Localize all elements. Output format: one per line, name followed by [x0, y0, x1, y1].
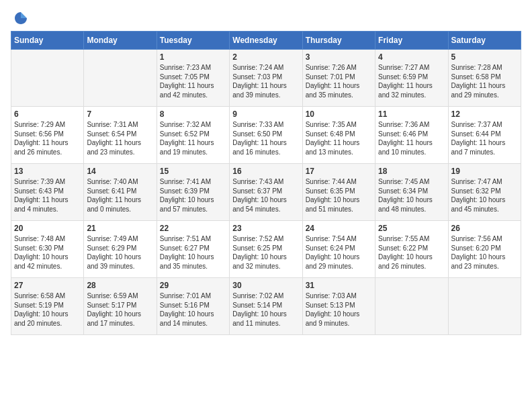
- day-number: 2: [232, 52, 299, 62]
- cell-content: Sunrise: 6:58 AM Sunset: 5:19 PM Dayligh…: [14, 291, 81, 328]
- calendar-cell: 4Sunrise: 7:27 AM Sunset: 6:59 PM Daylig…: [375, 50, 448, 107]
- header-row: SundayMondayTuesdayWednesdayThursdayFrid…: [11, 32, 521, 50]
- cell-content: Sunrise: 7:41 AM Sunset: 6:39 PM Dayligh…: [160, 177, 226, 214]
- calendar-cell: [375, 278, 448, 335]
- calendar-cell: 17Sunrise: 7:44 AM Sunset: 6:35 PM Dayli…: [302, 164, 375, 221]
- day-number: 27: [14, 281, 81, 290]
- day-number: 10: [306, 109, 372, 119]
- day-number: 21: [87, 224, 153, 233]
- calendar-cell: 27Sunrise: 6:58 AM Sunset: 5:19 PM Dayli…: [11, 278, 84, 335]
- calendar-cell: 20Sunrise: 7:48 AM Sunset: 6:30 PM Dayli…: [11, 221, 84, 278]
- day-number: 30: [232, 281, 299, 290]
- calendar-cell: [448, 278, 521, 335]
- calendar-cell: 1Sunrise: 7:23 AM Sunset: 7:05 PM Daylig…: [157, 50, 229, 107]
- day-number: 25: [378, 224, 445, 233]
- day-number: 14: [87, 167, 153, 176]
- day-number: 22: [160, 224, 226, 233]
- calendar-cell: 7Sunrise: 7:31 AM Sunset: 6:54 PM Daylig…: [84, 107, 157, 164]
- logo: [11, 11, 28, 26]
- calendar-cell: 24Sunrise: 7:54 AM Sunset: 6:24 PM Dayli…: [302, 221, 375, 278]
- calendar-cell: 30Sunrise: 7:02 AM Sunset: 5:14 PM Dayli…: [230, 278, 302, 335]
- day-number: 24: [306, 224, 372, 233]
- calendar-cell: 21Sunrise: 7:49 AM Sunset: 6:29 PM Dayli…: [84, 221, 157, 278]
- week-row-5: 27Sunrise: 6:58 AM Sunset: 5:19 PM Dayli…: [11, 278, 521, 335]
- header-day-friday: Friday: [375, 32, 448, 50]
- cell-content: Sunrise: 7:26 AM Sunset: 7:01 PM Dayligh…: [306, 63, 372, 99]
- day-number: 31: [306, 281, 372, 290]
- cell-content: Sunrise: 7:03 AM Sunset: 5:13 PM Dayligh…: [306, 291, 372, 328]
- calendar-cell: 18Sunrise: 7:45 AM Sunset: 6:34 PM Dayli…: [375, 164, 448, 221]
- cell-content: Sunrise: 7:31 AM Sunset: 6:54 PM Dayligh…: [87, 120, 153, 156]
- day-number: 29: [160, 281, 226, 290]
- cell-content: Sunrise: 7:28 AM Sunset: 6:58 PM Dayligh…: [451, 63, 518, 99]
- day-number: 18: [378, 167, 445, 176]
- cell-content: Sunrise: 7:36 AM Sunset: 6:46 PM Dayligh…: [378, 120, 445, 156]
- cell-content: Sunrise: 7:33 AM Sunset: 6:50 PM Dayligh…: [232, 120, 299, 156]
- cell-content: Sunrise: 7:35 AM Sunset: 6:48 PM Dayligh…: [306, 120, 372, 156]
- header-day-saturday: Saturday: [448, 32, 521, 50]
- day-number: 15: [160, 167, 226, 176]
- day-number: 6: [14, 109, 81, 119]
- calendar-cell: 12Sunrise: 7:37 AM Sunset: 6:44 PM Dayli…: [448, 107, 521, 164]
- week-row-3: 13Sunrise: 7:39 AM Sunset: 6:43 PM Dayli…: [11, 164, 521, 221]
- cell-content: Sunrise: 7:54 AM Sunset: 6:24 PM Dayligh…: [306, 234, 372, 271]
- cell-content: Sunrise: 7:29 AM Sunset: 6:56 PM Dayligh…: [14, 120, 81, 156]
- calendar-cell: [11, 50, 84, 107]
- calendar-cell: 14Sunrise: 7:40 AM Sunset: 6:41 PM Dayli…: [84, 164, 157, 221]
- calendar-cell: 29Sunrise: 7:01 AM Sunset: 5:16 PM Dayli…: [157, 278, 229, 335]
- day-number: 20: [14, 224, 81, 233]
- day-number: 19: [451, 167, 518, 176]
- calendar-cell: 22Sunrise: 7:51 AM Sunset: 6:27 PM Dayli…: [157, 221, 229, 278]
- cell-content: Sunrise: 7:55 AM Sunset: 6:22 PM Dayligh…: [378, 234, 445, 271]
- calendar-cell: 11Sunrise: 7:36 AM Sunset: 6:46 PM Dayli…: [375, 107, 448, 164]
- day-number: 23: [232, 224, 299, 233]
- day-number: 1: [160, 52, 226, 62]
- day-number: 3: [306, 52, 372, 62]
- day-number: 12: [451, 109, 518, 119]
- day-number: 4: [378, 52, 445, 62]
- calendar-cell: 28Sunrise: 6:59 AM Sunset: 5:17 PM Dayli…: [84, 278, 157, 335]
- day-number: 26: [451, 224, 518, 233]
- week-row-1: 1Sunrise: 7:23 AM Sunset: 7:05 PM Daylig…: [11, 50, 521, 107]
- calendar-cell: [84, 50, 157, 107]
- calendar-cell: 6Sunrise: 7:29 AM Sunset: 6:56 PM Daylig…: [11, 107, 84, 164]
- calendar-cell: 16Sunrise: 7:43 AM Sunset: 6:37 PM Dayli…: [230, 164, 302, 221]
- calendar-cell: 15Sunrise: 7:41 AM Sunset: 6:39 PM Dayli…: [157, 164, 229, 221]
- cell-content: Sunrise: 7:44 AM Sunset: 6:35 PM Dayligh…: [306, 177, 372, 214]
- calendar-table: SundayMondayTuesdayWednesdayThursdayFrid…: [11, 31, 521, 335]
- cell-content: Sunrise: 7:01 AM Sunset: 5:16 PM Dayligh…: [160, 291, 226, 328]
- day-number: 13: [14, 167, 81, 176]
- cell-content: Sunrise: 7:27 AM Sunset: 6:59 PM Dayligh…: [378, 63, 445, 99]
- header-day-thursday: Thursday: [302, 32, 375, 50]
- calendar-cell: 10Sunrise: 7:35 AM Sunset: 6:48 PM Dayli…: [302, 107, 375, 164]
- header-day-wednesday: Wednesday: [230, 32, 302, 50]
- calendar-cell: 25Sunrise: 7:55 AM Sunset: 6:22 PM Dayli…: [375, 221, 448, 278]
- header-day-sunday: Sunday: [11, 32, 84, 50]
- header-day-monday: Monday: [84, 32, 157, 50]
- calendar-cell: 19Sunrise: 7:47 AM Sunset: 6:32 PM Dayli…: [448, 164, 521, 221]
- cell-content: Sunrise: 6:59 AM Sunset: 5:17 PM Dayligh…: [87, 291, 153, 328]
- calendar-cell: 2Sunrise: 7:24 AM Sunset: 7:03 PM Daylig…: [230, 50, 302, 107]
- day-number: 11: [378, 109, 445, 119]
- cell-content: Sunrise: 7:47 AM Sunset: 6:32 PM Dayligh…: [451, 177, 518, 214]
- day-number: 8: [160, 109, 226, 119]
- day-number: 16: [232, 167, 299, 176]
- day-number: 7: [87, 109, 153, 119]
- day-number: 5: [451, 52, 518, 62]
- week-row-4: 20Sunrise: 7:48 AM Sunset: 6:30 PM Dayli…: [11, 221, 521, 278]
- calendar-cell: 5Sunrise: 7:28 AM Sunset: 6:58 PM Daylig…: [448, 50, 521, 107]
- calendar-cell: 13Sunrise: 7:39 AM Sunset: 6:43 PM Dayli…: [11, 164, 84, 221]
- calendar-cell: 23Sunrise: 7:52 AM Sunset: 6:25 PM Dayli…: [230, 221, 302, 278]
- cell-content: Sunrise: 7:48 AM Sunset: 6:30 PM Dayligh…: [14, 234, 81, 271]
- cell-content: Sunrise: 7:52 AM Sunset: 6:25 PM Dayligh…: [232, 234, 299, 271]
- cell-content: Sunrise: 7:40 AM Sunset: 6:41 PM Dayligh…: [87, 177, 153, 214]
- day-number: 28: [87, 281, 153, 290]
- cell-content: Sunrise: 7:43 AM Sunset: 6:37 PM Dayligh…: [232, 177, 299, 214]
- calendar-cell: 9Sunrise: 7:33 AM Sunset: 6:50 PM Daylig…: [230, 107, 302, 164]
- calendar-cell: 31Sunrise: 7:03 AM Sunset: 5:13 PM Dayli…: [302, 278, 375, 335]
- cell-content: Sunrise: 7:02 AM Sunset: 5:14 PM Dayligh…: [232, 291, 299, 328]
- page-header: [11, 11, 521, 26]
- logo-icon: [13, 11, 28, 26]
- calendar-cell: 8Sunrise: 7:32 AM Sunset: 6:52 PM Daylig…: [157, 107, 229, 164]
- cell-content: Sunrise: 7:49 AM Sunset: 6:29 PM Dayligh…: [87, 234, 153, 271]
